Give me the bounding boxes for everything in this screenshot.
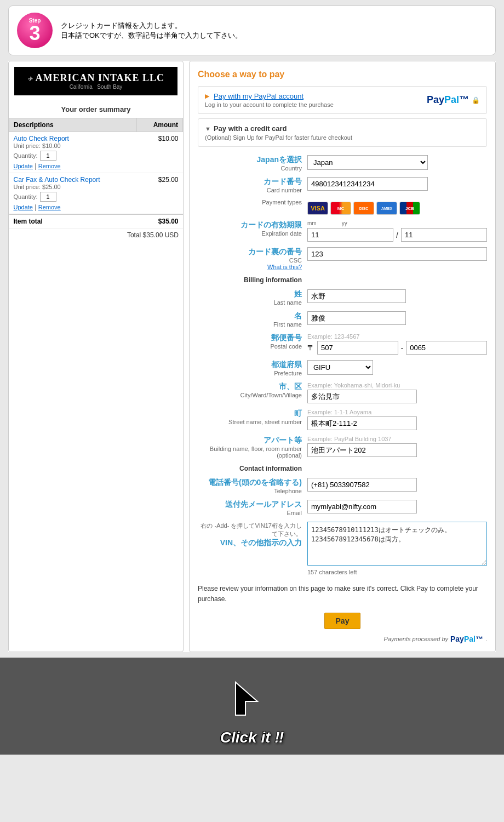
postal-dash: -	[401, 344, 403, 352]
expiration-label-jp: カードの有効期限	[198, 220, 302, 230]
item1-update-link[interactable]: Update	[14, 163, 33, 169]
main-content: ✈ AMERICAN INTAKE LLC California South B…	[8, 61, 496, 652]
logo-area: ✈ AMERICAN INTAKE LLC California South B…	[14, 67, 177, 95]
prefecture-row: 都道府県 Prefecture GIFU	[198, 360, 487, 376]
paypal-section[interactable]: ▶ Pay with my PayPal account Log in to y…	[198, 86, 487, 114]
cc-expand-icon[interactable]: ▼	[205, 125, 211, 132]
card-number-label-en: Card number	[198, 187, 302, 193]
table-row: Auto Check Report Unit price: $10.00 Qua…	[9, 132, 183, 173]
item1-remove-link[interactable]: Remove	[38, 163, 61, 169]
paypal-footer-logo: PayPal™	[450, 635, 483, 643]
postal-symbol: 〒	[307, 343, 314, 353]
first-name-input[interactable]	[307, 311, 406, 325]
city-label-jp: 市、区	[198, 382, 302, 392]
billing-header-row: Billing information	[198, 276, 487, 284]
right-panel: Choose a way to pay ▶ Pay with my PayPal…	[189, 61, 496, 652]
street-input[interactable]	[307, 416, 417, 430]
phone-input[interactable]	[307, 478, 417, 492]
exp-mm-label: mm	[307, 220, 317, 226]
postal-label-jp: 郵便番号	[198, 333, 302, 343]
csc-row: カード裏の番号 CSC What is this?	[198, 247, 487, 270]
item1-quantity[interactable]	[40, 151, 56, 161]
what-is-this-link[interactable]: What is this?	[198, 264, 302, 270]
email-input[interactable]	[307, 500, 417, 513]
jcb-icon: JCB	[399, 202, 420, 215]
card-icons: VISA MC DISC AMEX JCB	[307, 202, 487, 215]
apt-input[interactable]	[307, 443, 417, 457]
item2-remove-link[interactable]: Remove	[38, 204, 61, 210]
item2-quantity[interactable]	[40, 192, 56, 202]
exp-separator: /	[396, 231, 398, 239]
apt-example: Example: PayPal Building 1037	[307, 436, 487, 442]
banner-text: クレジットカード情報を入力します。 日本語でOKですが、数字記号は半角で入力して…	[61, 21, 242, 41]
paypal-sub: Log in to your account to complete the p…	[205, 101, 334, 108]
table-row: Car Fax & Auto Check Report Unit price: …	[9, 173, 183, 215]
last-name-input[interactable]	[307, 289, 406, 303]
discover-icon: DISC	[353, 202, 374, 215]
postal-label-en: Postal code	[198, 343, 302, 350]
street-label-en: Street name, street number	[198, 419, 302, 425]
postal-row: 郵便番号 Postal code Example: 123-4567 〒 -	[198, 333, 487, 355]
city-label-en: City/Ward/Town/Village	[198, 392, 302, 398]
item1-unit-price: Unit price: $10.00	[14, 142, 133, 149]
card-number-label-jp: カード番号	[198, 177, 302, 187]
exp-yy-input[interactable]	[401, 228, 487, 242]
item-total-label: Item total	[9, 214, 137, 229]
paypal-arrow-icon: ▶	[205, 93, 209, 100]
cc-section: ▼ Pay with a credit card (Optional) Sign…	[198, 118, 487, 147]
card-number-input[interactable]	[307, 177, 428, 191]
country-select[interactable]: Japan	[307, 155, 428, 170]
paypal-link[interactable]: Pay with my PayPal account	[214, 92, 303, 100]
processed-by-text: Payments processed by	[384, 636, 448, 642]
left-panel: ✈ AMERICAN INTAKE LLC California South B…	[8, 61, 184, 652]
street-label-jp: 町	[198, 409, 302, 419]
review-text: Please review your information on this p…	[198, 584, 487, 604]
payment-types-row: Payment types VISA MC DISC AMEX JCB	[198, 199, 487, 215]
postal-example: Example: 123-4567	[307, 333, 487, 340]
expiration-row: カードの有効期限 Expiration date mm yy /	[198, 220, 487, 242]
phone-label-jp: 電話番号(頭の0を省略する)	[198, 478, 302, 488]
cursor-arrow-icon	[225, 671, 290, 726]
item2-update-link[interactable]: Update	[14, 204, 33, 210]
prefecture-label-jp: 都道府県	[198, 360, 302, 370]
col-amount: Amount	[137, 118, 183, 132]
order-table: Descriptions Amount Auto Check Report Un…	[9, 118, 183, 229]
email-label-en: Email	[198, 510, 302, 516]
country-row: Japanを選択 Country Japan	[198, 155, 487, 172]
exp-yy-label: yy	[342, 220, 347, 226]
click-it-text: Click it ‼	[220, 729, 284, 746]
vin-instruction: 右の -Add- を押してVIN17桁を入力して下さい。	[198, 522, 302, 538]
item-total-row: Item total $35.00	[9, 214, 183, 229]
country-label-jp: Japanを選択	[198, 155, 302, 165]
brand-name: ✈ AMERICAN INTAKE LLC	[20, 72, 172, 84]
bottom-area: Click it ‼	[0, 658, 504, 755]
email-label-jp: 送付先メールアドレス	[198, 500, 302, 510]
lock-icon: 🔒	[472, 96, 480, 104]
postal-input2[interactable]	[406, 341, 487, 355]
card-number-row: カード番号 Card number	[198, 177, 487, 193]
prefecture-select[interactable]: GIFU	[307, 360, 373, 375]
city-input[interactable]	[307, 390, 417, 403]
period: .	[485, 636, 487, 642]
vin-row: 右の -Add- を押してVIN17桁を入力して下さい。 VIN、その他指示の入…	[198, 522, 487, 575]
csc-label-jp: カード裏の番号	[198, 247, 302, 257]
city-row: 市、区 City/Ward/Town/Village Example: Yoko…	[198, 382, 487, 403]
vin-textarea[interactable]: 12345678910111213はオートチェックのみ。 12345678912…	[307, 522, 487, 566]
exp-mm-input[interactable]	[307, 228, 393, 242]
last-name-label-en: Last name	[198, 299, 302, 306]
mastercard-icon: MC	[330, 202, 351, 215]
first-name-label-en: First name	[198, 321, 302, 328]
postal-input1[interactable]	[317, 341, 398, 355]
cc-title: Pay with a credit card	[214, 124, 287, 133]
chars-left: 157 characters left	[307, 569, 487, 575]
logo-sub: California South Bay	[20, 84, 172, 90]
item2-name[interactable]: Car Fax & Auto Check Report	[14, 176, 133, 184]
csc-input[interactable]	[307, 247, 487, 261]
pay-button[interactable]: Pay	[324, 613, 361, 629]
phone-label-en: Telephone	[198, 488, 302, 494]
item1-name[interactable]: Auto Check Report	[14, 135, 133, 142]
cc-subtitle: (Optional) Sign Up for PayPal for faster…	[205, 134, 480, 141]
last-name-label-jp: 姓	[198, 289, 302, 299]
street-row: 町 Street name, street number Example: 1-…	[198, 409, 487, 430]
item2-amount: $25.00	[137, 173, 183, 215]
